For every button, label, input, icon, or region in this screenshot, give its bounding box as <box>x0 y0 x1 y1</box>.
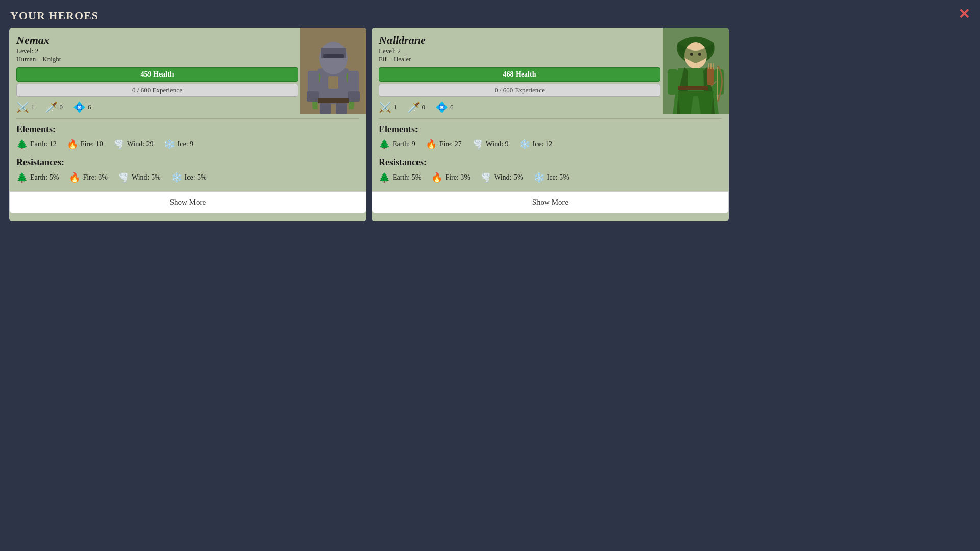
resistance-item: 🌲Earth: 5% <box>379 172 421 183</box>
resistance-icon: 🌪️ <box>480 172 492 183</box>
elements-row-nalldrane: 🌲Earth: 9🔥Fire: 27🌪️Wind: 9❄️Ice: 12 <box>379 139 722 150</box>
hero-portrait-nalldrane <box>663 28 729 114</box>
svg-point-18 <box>698 53 701 56</box>
hero-portrait-nemax <box>300 28 366 114</box>
svg-rect-10 <box>348 91 360 102</box>
element-item: ❄️Ice: 12 <box>519 139 552 150</box>
magic-skill-icon: 💠 <box>435 101 448 113</box>
element-icon: 🔥 <box>67 139 78 150</box>
hero-health-bar-nalldrane: 468 Health <box>379 67 660 82</box>
resistance-label: Fire: 3% <box>83 173 108 182</box>
element-item: 🌲Earth: 12 <box>16 139 57 150</box>
element-item: ❄️Ice: 9 <box>164 139 193 150</box>
resistances-label-nemax: Resistances: <box>16 157 359 168</box>
show-more-button-nalldrane[interactable]: Show More <box>372 191 729 213</box>
resistance-icon: 🌲 <box>16 172 28 183</box>
magic-skill-count: 6 <box>450 103 454 111</box>
element-icon: 🌪️ <box>113 139 125 150</box>
element-item: 🔥Fire: 27 <box>426 139 462 150</box>
resistance-item: 🌪️Wind: 5% <box>480 172 523 183</box>
element-label: Fire: 27 <box>439 140 462 148</box>
resistance-icon: 🌲 <box>379 172 390 183</box>
close-button[interactable]: ✕ <box>958 7 970 21</box>
resistance-icon: 🔥 <box>69 172 80 183</box>
element-icon: ❄️ <box>164 139 175 150</box>
elements-label-nemax: Elements: <box>16 124 359 135</box>
svg-rect-13 <box>320 103 331 114</box>
element-icon: 🔥 <box>426 139 437 150</box>
svg-rect-27 <box>678 86 708 90</box>
hero-card-nemax: Nemax Level: 2 Human – Knight 459 Health… <box>9 28 366 221</box>
svg-rect-19 <box>668 69 678 95</box>
skill-item-magic-skill: 💠6 <box>435 101 454 113</box>
element-label: Wind: 29 <box>127 140 154 148</box>
sword-skill-icon: ⚔️ <box>16 101 29 113</box>
resistance-item: 🌲Earth: 5% <box>16 172 59 183</box>
heroes-container: Nemax Level: 2 Human – Knight 459 Health… <box>0 28 980 231</box>
elements-row-nemax: 🌲Earth: 12🔥Fire: 10🌪️Wind: 29❄️Ice: 9 <box>16 139 359 150</box>
resistances-row-nalldrane: 🌲Earth: 5%🔥Fire: 3%🌪️Wind: 5%❄️Ice: 5% <box>379 172 722 183</box>
dagger-skill-icon: 🗡️ <box>407 101 420 113</box>
element-label: Ice: 12 <box>533 140 552 148</box>
magic-skill-count: 6 <box>88 103 91 111</box>
resistance-item: 🔥Fire: 3% <box>431 172 470 183</box>
element-icon: 🌪️ <box>472 139 483 150</box>
element-item: 🔥Fire: 10 <box>67 139 103 150</box>
element-item: 🌲Earth: 9 <box>379 139 415 150</box>
resistance-label: Ice: 5% <box>547 173 569 182</box>
resistance-item: 🔥Fire: 3% <box>69 172 108 183</box>
svg-rect-23 <box>707 67 714 85</box>
hero-exp-bar-nemax: 0 / 600 Experience <box>16 84 298 97</box>
sword-skill-icon: ⚔️ <box>379 101 391 113</box>
resistances-row-nemax: 🌲Earth: 5%🔥Fire: 3%🌪️Wind: 5%❄️Ice: 5% <box>16 172 359 183</box>
dagger-skill-count: 0 <box>60 103 63 111</box>
resistance-label: Wind: 5% <box>132 173 161 182</box>
skill-item-dagger-skill: 🗡️0 <box>407 101 426 113</box>
resistance-icon: 🌪️ <box>118 172 129 183</box>
hero-exp-bar-nalldrane: 0 / 600 Experience <box>379 84 660 97</box>
resistance-label: Ice: 5% <box>185 173 207 182</box>
resistance-item: ❄️Ice: 5% <box>171 172 207 183</box>
svg-rect-12 <box>318 98 349 103</box>
element-label: Wind: 9 <box>486 140 509 148</box>
element-item: 🌪️Wind: 29 <box>113 139 154 150</box>
svg-rect-4 <box>323 54 344 58</box>
modal-title: YOUR HEROES <box>0 0 980 28</box>
sword-skill-count: 1 <box>31 103 35 111</box>
resistances-label-nalldrane: Resistances: <box>379 157 722 168</box>
hero-card-nalldrane: Nalldrane Level: 2 Elf – Healer 468 Heal… <box>372 28 729 221</box>
element-item: 🌪️Wind: 9 <box>472 139 509 150</box>
skill-item-sword-skill: ⚔️1 <box>16 101 35 113</box>
skill-item-dagger-skill: 🗡️0 <box>45 101 63 113</box>
skill-item-sword-skill: ⚔️1 <box>379 101 397 113</box>
elements-label-nalldrane: Elements: <box>379 124 722 135</box>
resistance-icon: 🔥 <box>431 172 443 183</box>
element-icon: 🌲 <box>16 139 28 150</box>
element-label: Earth: 9 <box>393 140 415 148</box>
resistance-label: Earth: 5% <box>30 173 59 182</box>
svg-rect-14 <box>336 103 347 114</box>
svg-rect-11 <box>328 76 338 89</box>
element-label: Fire: 10 <box>81 140 103 148</box>
show-more-button-nemax[interactable]: Show More <box>9 191 366 213</box>
sword-skill-count: 1 <box>394 103 397 111</box>
resistance-icon: ❄️ <box>171 172 182 183</box>
resistance-item: 🌪️Wind: 5% <box>118 172 161 183</box>
hero-health-bar-nemax: 459 Health <box>16 67 298 82</box>
skill-item-magic-skill: 💠6 <box>73 101 91 113</box>
resistance-icon: ❄️ <box>533 172 545 183</box>
resistance-label: Wind: 5% <box>494 173 523 182</box>
dagger-skill-count: 0 <box>422 103 426 111</box>
element-label: Ice: 9 <box>178 140 193 148</box>
element-icon: ❄️ <box>519 139 530 150</box>
resistance-label: Earth: 5% <box>393 173 421 182</box>
svg-point-17 <box>690 53 693 56</box>
element-icon: 🌲 <box>379 139 390 150</box>
resistance-item: ❄️Ice: 5% <box>533 172 569 183</box>
svg-rect-7 <box>308 71 319 94</box>
svg-rect-9 <box>307 91 319 102</box>
svg-rect-8 <box>348 71 359 94</box>
element-label: Earth: 12 <box>30 140 57 148</box>
dagger-skill-icon: 🗡️ <box>45 101 58 113</box>
resistance-label: Fire: 3% <box>445 173 470 182</box>
